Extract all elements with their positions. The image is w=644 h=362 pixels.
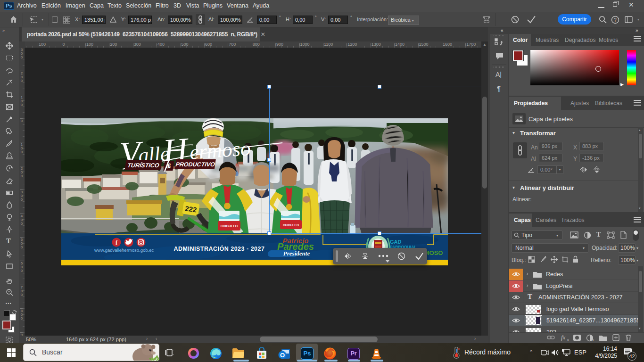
- svg-text:PRODUCTIVO: PRODUCTIVO: [175, 161, 215, 168]
- svg-text:ADMINISTRACIÓN 2023 - 2027: ADMINISTRACIÓN 2023 - 2027: [174, 245, 265, 252]
- svg-text:CHIBULEO: CHIBULEO: [283, 223, 299, 227]
- svg-text:?: ?: [614, 17, 617, 23]
- svg-text:GAD: GAD: [390, 239, 402, 245]
- svg-text:Presidente: Presidente: [283, 250, 310, 257]
- svg-text:222: 222: [184, 204, 197, 214]
- svg-text:www.gadvallehermoso.gob.ec: www.gadvallehermoso.gob.ec: [94, 247, 154, 253]
- svg-text:TURÍSTICO: TURÍSTICO: [127, 162, 160, 169]
- svg-text:CHIBULEO: CHIBULEO: [221, 224, 238, 228]
- svg-text:O: O: [280, 352, 285, 359]
